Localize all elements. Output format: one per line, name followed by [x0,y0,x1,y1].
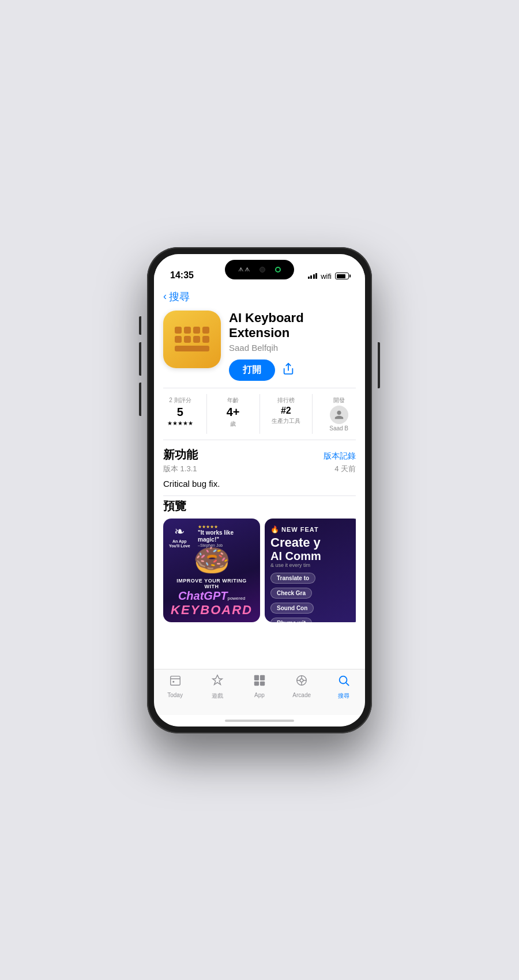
camera-dot [260,267,265,273]
fire-icon: 🔥 [270,525,279,533]
whats-new-header: 新功能 版本記錄 [163,447,356,463]
icon-bar [175,346,209,351]
status-bar: 14:35 ᗑ ᗑ wifi [154,254,365,285]
pill-grammar: Check Gra [270,588,312,599]
icon-dot [175,336,182,343]
ratings-stars: ★★★★★ [167,420,193,426]
ai-comm-text: AI Comm [270,550,356,562]
phone-frame: 14:35 ᗑ ᗑ wifi [147,247,372,733]
chart-sub: 生產力工具 [272,417,300,425]
icon-dot [202,336,209,343]
back-chevron-icon: ‹ [163,290,167,302]
svg-rect-1 [170,676,180,685]
open-button[interactable]: 打開 [229,360,275,381]
signal-icon [308,273,318,279]
improve-text: IMPROVE YOUR WRITINGWITH [171,578,253,589]
person-icon [334,410,344,420]
wifi-icon: wifi [321,272,332,281]
donut-image: 🍩 [193,543,231,578]
app-icon-tab [253,674,266,690]
home-indicator [154,715,365,727]
phone-screen: 14:35 ᗑ ᗑ wifi [154,254,365,727]
share-button[interactable] [282,362,295,379]
search-icon [337,674,350,690]
tab-search[interactable]: 搜尋 [323,674,365,700]
dev-label: 開發 [333,396,345,404]
tab-app[interactable]: App [238,674,280,698]
ratings-value: 5 [177,406,183,419]
stat-ratings: 2 則評分 5 ★★★★★ [154,394,207,434]
app-header: AI Keyboard Extension Saad Belfqih 打開 [154,306,365,388]
back-label[interactable]: 搜尋 [169,290,190,304]
power-button[interactable] [378,342,380,388]
svg-rect-4 [254,681,259,685]
new-feat-badge: 🔥 NEW FEAT [270,525,356,533]
app-info: AI Keyboard Extension Saad Belfqih 打開 [229,311,356,381]
bottom-spacer [154,627,365,636]
age-sub: 歲 [230,420,236,428]
search-label: 搜尋 [338,692,349,700]
tab-arcade[interactable]: Arcade [281,674,323,698]
icon-dot [202,327,209,334]
games-label: 遊戲 [212,692,223,700]
version-text: 版本 1.3.1 [163,464,197,474]
chart-value: #2 [281,406,291,416]
share-icon [282,362,295,375]
status-time: 14:35 [170,270,194,281]
tab-today[interactable]: Today [154,674,196,698]
whats-new-title: 新功能 [163,447,198,463]
dev-avatar [330,406,348,424]
volume-down-button[interactable] [139,383,141,416]
chart-label: 排行榜 [277,396,295,404]
app-developer: Saad Belfqih [229,343,356,353]
today-icon [169,674,182,690]
powered-text: powered [227,596,245,601]
nav-back[interactable]: ‹ 搜尋 [154,285,365,306]
create-text: Create y [270,536,356,550]
age-value: 4+ [227,406,240,419]
award-badge: ❧ An AppYou'll Love [169,524,190,549]
screenshot-1: ❧ An AppYou'll Love ★★★★★ "It works like… [163,519,260,622]
battery-icon [335,273,349,279]
whats-new-body: Critical bug fix. [163,478,356,491]
screenshots-row: ❧ An AppYou'll Love ★★★★★ "It works like… [163,519,356,622]
status-icons: wifi [308,272,349,281]
svg-point-9 [300,679,303,682]
scroll-area[interactable]: ‹ 搜尋 [154,285,365,669]
home-bar [225,720,294,722]
arcade-label: Arcade [292,692,311,698]
quote-text: "It works like magic!" [198,529,254,543]
whats-new-section: 新功能 版本記錄 版本 1.3.1 4 天前 Critical bug fix. [154,440,365,495]
battery-fill [337,274,345,278]
svg-line-15 [347,683,349,686]
laurel-icon: ❧ [174,524,185,539]
icon-dot [193,336,200,343]
version-history-link[interactable]: 版本記錄 [324,451,356,461]
mute-button[interactable] [139,316,141,335]
pill-translate: Translate to [270,573,315,584]
ratings-label: 2 則評分 [169,396,191,404]
svg-rect-3 [172,680,174,682]
dev-name: Saad B [329,425,348,432]
use-it-text: & use it every tim [270,562,356,568]
age-label: 年齡 [227,396,239,404]
indicator-dot [275,267,281,273]
volume-up-button[interactable] [139,342,141,376]
keyboard-text: KEYBOARD [171,603,253,618]
app-label: App [254,692,265,698]
tab-games[interactable]: 遊戲 [196,674,238,700]
whats-new-meta: 版本 1.3.1 4 天前 [163,464,356,474]
stat-age: 年齡 4+ 歲 [207,394,260,434]
airpods-icon: ᗑ ᗑ [238,266,250,273]
svg-rect-6 [254,675,259,680]
preview-title: 預覽 [163,498,356,514]
svg-rect-5 [260,681,265,685]
pill-rhyme: Rhyme wit [270,618,312,622]
icon-dot [184,327,191,334]
award-text: An AppYou'll Love [169,539,190,549]
tab-bar: Today 遊戲 Ap [154,669,365,715]
app-actions: 打開 [229,360,356,381]
chatgpt-text: ChatGPTpowered [171,589,253,603]
date-text: 4 天前 [334,464,356,474]
quote-author: –Stephen Job [198,543,254,547]
